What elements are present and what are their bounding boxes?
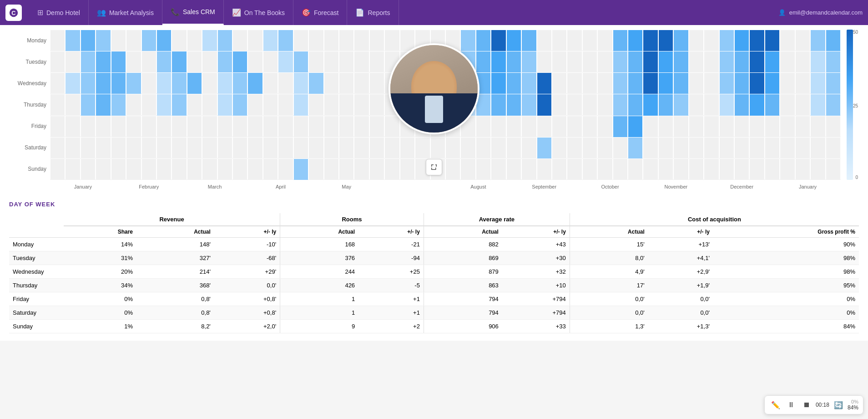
heatmap-cell[interactable] [826,73,840,94]
heatmap-cell[interactable] [704,159,718,180]
heatmap-cell[interactable] [309,73,323,94]
heatmap-cell[interactable] [537,138,551,158]
heatmap-cell[interactable] [796,94,810,115]
heatmap-cell[interactable] [142,159,156,180]
heatmap-cell[interactable] [294,30,308,51]
heatmap-cell[interactable] [537,73,551,94]
heatmap-cell[interactable] [248,94,262,115]
heatmap-cell[interactable] [187,159,202,180]
heatmap-cell[interactable] [689,51,703,72]
heatmap-cell[interactable] [339,51,353,72]
heatmap-cell[interactable] [111,94,126,115]
heatmap-cell[interactable] [142,30,156,51]
heatmap-cell[interactable] [720,116,734,137]
heatmap-cell[interactable] [522,30,536,51]
heatmap-cell[interactable] [96,94,110,115]
heatmap-cell[interactable] [689,30,703,51]
heatmap-cell[interactable] [126,51,141,72]
heatmap-cell[interactable] [735,116,749,137]
heatmap-cell[interactable] [704,138,718,158]
heatmap-cell[interactable] [202,116,217,137]
heatmap-cell[interactable] [674,94,688,115]
heatmap-cell[interactable] [324,138,338,158]
heatmap-cell[interactable] [613,51,627,72]
heatmap-cell[interactable] [567,51,581,72]
heatmap-cell[interactable] [81,51,95,72]
heatmap-cell[interactable] [659,138,673,158]
heatmap-cell[interactable] [370,116,384,137]
heatmap-cell[interactable] [172,116,186,137]
heatmap-cell[interactable] [507,73,521,94]
heatmap-cell[interactable] [720,138,734,158]
heatmap-cell[interactable] [233,73,247,94]
heatmap-cell[interactable] [659,51,673,72]
heatmap-cell[interactable] [720,159,734,180]
heatmap-cell[interactable] [400,138,414,158]
heatmap-cell[interactable] [552,51,566,72]
heatmap-cell[interactable] [81,94,95,115]
heatmap-cell[interactable] [628,73,642,94]
heatmap-cell[interactable] [415,138,429,158]
heatmap-cell[interactable] [583,116,597,137]
heatmap-cell[interactable] [218,73,232,94]
heatmap-cell[interactable] [324,94,338,115]
heatmap-cell[interactable] [613,94,627,115]
heatmap-cell[interactable] [476,51,490,72]
heatmap-cell[interactable] [613,138,627,158]
heatmap-cell[interactable] [491,138,505,158]
heatmap-cell[interactable] [263,138,278,158]
heatmap-cell[interactable] [689,73,703,94]
heatmap-cell[interactable] [735,51,749,72]
heatmap-cell[interactable] [720,73,734,94]
heatmap-cell[interactable] [643,73,657,94]
heatmap-cell[interactable] [765,138,779,158]
heatmap-cell[interactable] [400,159,414,180]
heatmap-cell[interactable] [324,51,338,72]
heatmap-cell[interactable] [202,51,217,72]
heatmap-cell[interactable] [735,94,749,115]
heatmap-cell[interactable] [704,30,718,51]
heatmap-cell[interactable] [50,30,65,51]
heatmap-cell[interactable] [385,138,399,158]
heatmap-cell[interactable] [735,138,749,158]
heatmap-cell[interactable] [552,138,566,158]
heatmap-cell[interactable] [50,94,65,115]
heatmap-cell[interactable] [309,30,323,51]
heatmap-cell[interactable] [826,116,840,137]
heatmap-cell[interactable] [66,116,80,137]
heatmap-cell[interactable] [522,94,536,115]
heatmap-cell[interactable] [172,94,186,115]
heatmap-cell[interactable] [567,30,581,51]
heatmap-cell[interactable] [659,73,673,94]
heatmap-cell[interactable] [263,73,278,94]
heatmap-cell[interactable] [674,30,688,51]
heatmap-cell[interactable] [826,30,840,51]
heatmap-cell[interactable] [583,138,597,158]
heatmap-cell[interactable] [142,94,156,115]
heatmap-cell[interactable] [613,159,627,180]
heatmap-cell[interactable] [750,159,764,180]
heatmap-cell[interactable] [735,159,749,180]
heatmap-cell[interactable] [598,159,612,180]
heatmap-cell[interactable] [309,116,323,137]
heatmap-cell[interactable] [537,30,551,51]
heatmap-cell[interactable] [796,159,810,180]
heatmap-cell[interactable] [704,51,718,72]
heatmap-cell[interactable] [628,138,642,158]
heatmap-cell[interactable] [689,138,703,158]
heatmap-cell[interactable] [659,30,673,51]
heatmap-cell[interactable] [172,30,186,51]
heatmap-cell[interactable] [187,73,202,94]
heatmap-cell[interactable] [643,94,657,115]
heatmap-cell[interactable] [583,73,597,94]
heatmap-cell[interactable] [796,30,810,51]
heatmap-cell[interactable] [431,138,445,158]
heatmap-cell[interactable] [537,94,551,115]
heatmap-cell[interactable] [263,30,278,51]
heatmap-cell[interactable] [218,159,232,180]
heatmap-cell[interactable] [172,73,186,94]
heatmap-cell[interactable] [613,30,627,51]
heatmap-cell[interactable] [628,159,642,180]
heatmap-cell[interactable] [111,116,126,137]
heatmap-cell[interactable] [81,73,95,94]
